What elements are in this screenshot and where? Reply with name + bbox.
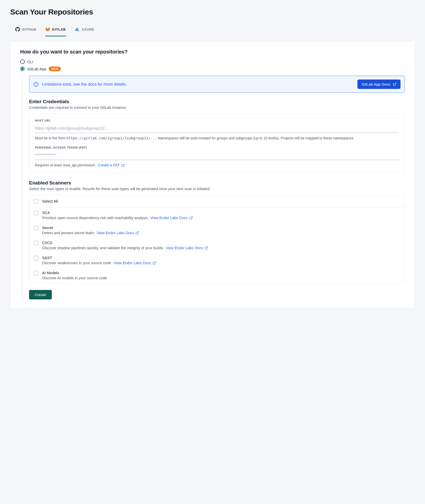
radio-gitlab-app[interactable]: GitLab App NEW	[20, 67, 405, 71]
host-url-input[interactable]	[35, 125, 399, 133]
scanner-select-all-row: Select All	[29, 195, 405, 207]
radio-cli-label: CLI	[27, 60, 33, 64]
external-link-icon	[153, 261, 156, 265]
tab-github[interactable]: GITHUB	[15, 24, 36, 36]
scanner-checkbox[interactable]	[34, 226, 39, 230]
scanners-title: Enabled Scanners	[29, 180, 405, 186]
pat-label: PERSONAL ACCESS TOKEN (PAT)	[35, 146, 399, 149]
radio-gitlab-app-label: GitLab App	[27, 67, 46, 71]
host-url-label: HOST URL	[35, 119, 399, 122]
credentials-desc: Credentials are required to connect to y…	[29, 105, 405, 110]
github-icon	[15, 27, 20, 32]
azure-icon	[75, 27, 80, 32]
scanner-checkbox[interactable]	[34, 271, 39, 275]
scanner-checkbox[interactable]	[34, 241, 39, 245]
scanner-desc: Prioritize open-source dependency risk w…	[42, 216, 400, 220]
limitations-alert: Limitations exist, see the docs for more…	[29, 76, 405, 93]
gitlab-app-docs-button[interactable]: GitLab App Docs	[357, 79, 401, 89]
tab-gitlab-label: GITLAB	[52, 28, 66, 31]
scanners-desc: Select the scan types to enable. Results…	[29, 187, 405, 191]
alert-button-label: GitLab App Docs	[361, 82, 390, 86]
create-button[interactable]: Create	[29, 290, 52, 299]
provider-tabs: GITHUB GITLAB AZURE	[10, 24, 415, 36]
tab-gitlab[interactable]: GITLAB	[45, 24, 66, 36]
credentials-box: HOST URL Must be in the form https://git…	[29, 114, 405, 173]
scanner-name: SCA	[42, 210, 400, 215]
host-url-help: Must be in the form https://gitlab.com/{…	[35, 136, 399, 141]
view-docs-link[interactable]: View Endor Labs Docs	[150, 216, 193, 220]
scanner-row: SecretDetect and prevent secret leaks Vi…	[29, 223, 405, 238]
view-docs-link[interactable]: View Endor Labs Docs	[97, 231, 139, 235]
scanner-row: CI/CDDiscover shadow pipelines quickly, …	[29, 238, 405, 253]
external-link-icon	[121, 164, 125, 167]
radio-cli-input[interactable]	[20, 59, 25, 64]
external-link-icon	[135, 231, 139, 235]
svg-point-2	[36, 83, 36, 83]
select-all-label: Select All	[42, 199, 58, 203]
scanner-checkbox[interactable]	[34, 256, 39, 260]
external-link-icon	[205, 246, 208, 250]
scanner-row: AI ModelsDiscover AI models in your sour…	[29, 268, 405, 283]
scanner-desc: Detect and prevent secret leaks View End…	[42, 231, 400, 235]
tab-azure[interactable]: AZURE	[75, 24, 94, 36]
scanner-name: AI Models	[42, 271, 400, 275]
external-link-icon	[393, 83, 396, 86]
pat-help: Requires at least read_api permission. C…	[35, 163, 399, 168]
scanner-name: SAST	[42, 256, 400, 260]
scanner-checkbox[interactable]	[34, 211, 39, 215]
scanner-desc: Discover weaknesses in your source code …	[42, 261, 400, 265]
alert-text: Limitations exist, see the docs for more…	[42, 82, 354, 87]
gitlab-app-config: Limitations exist, see the docs for more…	[22, 76, 405, 299]
tab-azure-label: AZURE	[82, 28, 94, 31]
scanner-desc: Discover AI models in your source code	[42, 276, 400, 280]
scan-method-question: How do you want to scan your repositorie…	[20, 49, 405, 55]
create-pat-link[interactable]: Create a PAT	[98, 163, 125, 168]
scanner-name: Secret	[42, 226, 400, 230]
tab-github-label: GITHUB	[22, 28, 36, 31]
scan-method-radio-group: CLI GitLab App NEW	[20, 59, 405, 71]
radio-gitlab-app-input[interactable]	[20, 67, 25, 71]
credentials-title: Enter Credentials	[29, 99, 405, 104]
new-badge: NEW	[49, 67, 61, 71]
view-docs-link[interactable]: View Endor Labs Docs	[166, 246, 208, 250]
scanner-row: SCAPrioritize open-source dependency ris…	[29, 207, 405, 223]
config-card: How do you want to scan your repositorie…	[10, 41, 415, 308]
info-icon	[33, 82, 39, 87]
scanner-row: SASTDiscover weaknesses in your source c…	[29, 253, 405, 268]
scanners-box: Select All SCAPrioritize open-source dep…	[29, 195, 405, 283]
select-all-checkbox[interactable]	[34, 199, 39, 204]
external-link-icon	[189, 216, 193, 220]
pat-input[interactable]	[35, 152, 399, 160]
page-title: Scan Your Repositories	[10, 8, 415, 16]
scanner-name: CI/CD	[42, 241, 400, 245]
radio-cli[interactable]: CLI	[20, 59, 405, 64]
scanner-desc: Discover shadow pipelines quickly, and v…	[42, 246, 400, 250]
gitlab-icon	[45, 27, 50, 32]
view-docs-link[interactable]: View Endor Labs Docs	[114, 261, 156, 265]
